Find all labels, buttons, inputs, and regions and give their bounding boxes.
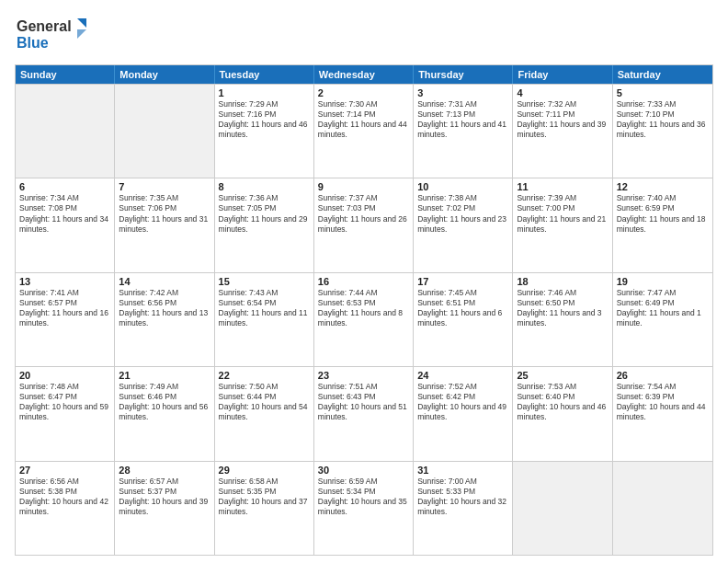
day-number: 16 <box>318 276 409 287</box>
day-number: 30 <box>318 465 409 476</box>
weekday-header: Saturday <box>613 65 712 84</box>
calendar-row: 13Sunrise: 7:41 AMSunset: 6:57 PMDayligh… <box>16 272 712 366</box>
day-cell: 26Sunrise: 7:54 AMSunset: 6:39 PMDayligh… <box>613 367 712 460</box>
calendar-row: 1Sunrise: 7:29 AMSunset: 7:16 PMDaylight… <box>16 84 712 178</box>
calendar-row: 27Sunrise: 6:56 AMSunset: 5:38 PMDayligh… <box>16 461 712 555</box>
day-info: Sunrise: 7:44 AMSunset: 6:53 PMDaylight:… <box>318 288 409 328</box>
logo-svg: General Blue <box>15 15 97 53</box>
day-number: 24 <box>417 370 508 381</box>
svg-text:Blue: Blue <box>17 35 49 51</box>
day-cell: 22Sunrise: 7:50 AMSunset: 6:44 PMDayligh… <box>215 367 314 460</box>
day-number: 31 <box>417 465 508 476</box>
day-number: 29 <box>219 465 310 476</box>
day-number: 18 <box>517 276 608 287</box>
day-cell: 27Sunrise: 6:56 AMSunset: 5:38 PMDayligh… <box>16 462 115 555</box>
day-cell: 11Sunrise: 7:39 AMSunset: 7:00 PMDayligh… <box>513 178 612 271</box>
day-number: 1 <box>219 87 310 98</box>
day-number: 27 <box>19 465 110 476</box>
day-number: 22 <box>219 370 310 381</box>
day-cell: 10Sunrise: 7:38 AMSunset: 7:02 PMDayligh… <box>414 178 513 271</box>
day-cell: 2Sunrise: 7:30 AMSunset: 7:14 PMDaylight… <box>314 85 414 178</box>
day-cell: 31Sunrise: 7:00 AMSunset: 5:33 PMDayligh… <box>414 462 513 555</box>
day-number: 9 <box>318 181 409 192</box>
day-cell: 3Sunrise: 7:31 AMSunset: 7:13 PMDaylight… <box>414 85 513 178</box>
day-number: 23 <box>318 370 409 381</box>
day-info: Sunrise: 7:30 AMSunset: 7:14 PMDaylight:… <box>318 99 409 140</box>
day-info: Sunrise: 7:53 AMSunset: 6:40 PMDaylight:… <box>517 382 608 422</box>
day-cell: 18Sunrise: 7:46 AMSunset: 6:50 PMDayligh… <box>513 273 612 366</box>
day-info: Sunrise: 7:32 AMSunset: 7:11 PMDaylight:… <box>517 99 608 140</box>
day-info: Sunrise: 7:34 AMSunset: 7:08 PMDaylight:… <box>19 193 110 234</box>
day-cell: 15Sunrise: 7:43 AMSunset: 6:54 PMDayligh… <box>215 273 314 366</box>
day-cell: 13Sunrise: 7:41 AMSunset: 6:57 PMDayligh… <box>16 273 115 366</box>
day-cell: 24Sunrise: 7:52 AMSunset: 6:42 PMDayligh… <box>414 367 513 460</box>
svg-text:General: General <box>17 18 72 34</box>
day-info: Sunrise: 7:40 AMSunset: 6:59 PMDaylight:… <box>617 193 709 234</box>
day-info: Sunrise: 7:43 AMSunset: 6:54 PMDaylight:… <box>219 288 310 328</box>
day-cell: 21Sunrise: 7:49 AMSunset: 6:46 PMDayligh… <box>115 367 214 460</box>
day-info: Sunrise: 7:49 AMSunset: 6:46 PMDaylight:… <box>119 382 210 422</box>
day-cell: 17Sunrise: 7:45 AMSunset: 6:51 PMDayligh… <box>414 273 513 366</box>
day-cell: 29Sunrise: 6:58 AMSunset: 5:35 PMDayligh… <box>215 462 314 555</box>
day-cell: 9Sunrise: 7:37 AMSunset: 7:03 PMDaylight… <box>314 178 414 271</box>
svg-marker-2 <box>77 18 86 28</box>
day-cell: 8Sunrise: 7:36 AMSunset: 7:05 PMDaylight… <box>215 178 314 271</box>
day-info: Sunrise: 7:50 AMSunset: 6:44 PMDaylight:… <box>219 382 310 422</box>
day-number: 12 <box>617 181 709 192</box>
day-cell: 23Sunrise: 7:51 AMSunset: 6:43 PMDayligh… <box>314 367 414 460</box>
day-info: Sunrise: 7:31 AMSunset: 7:13 PMDaylight:… <box>417 99 508 140</box>
day-cell: 4Sunrise: 7:32 AMSunset: 7:11 PMDaylight… <box>513 85 612 178</box>
weekday-header: Wednesday <box>314 65 414 84</box>
day-number: 19 <box>617 276 709 287</box>
day-info: Sunrise: 7:46 AMSunset: 6:50 PMDaylight:… <box>517 288 608 328</box>
day-cell: 6Sunrise: 7:34 AMSunset: 7:08 PMDaylight… <box>16 178 115 271</box>
weekday-header: Tuesday <box>215 65 314 84</box>
day-info: Sunrise: 7:35 AMSunset: 7:06 PMDaylight:… <box>119 193 210 234</box>
day-number: 4 <box>517 87 608 98</box>
day-info: Sunrise: 7:48 AMSunset: 6:47 PMDaylight:… <box>19 382 110 422</box>
day-info: Sunrise: 7:37 AMSunset: 7:03 PMDaylight:… <box>318 193 409 234</box>
day-number: 7 <box>119 181 210 192</box>
svg-marker-3 <box>77 29 86 39</box>
day-info: Sunrise: 6:59 AMSunset: 5:34 PMDaylight:… <box>318 477 409 517</box>
weekday-header: Thursday <box>414 65 513 84</box>
day-number: 25 <box>517 370 608 381</box>
day-cell: 1Sunrise: 7:29 AMSunset: 7:16 PMDaylight… <box>215 85 314 178</box>
day-info: Sunrise: 7:36 AMSunset: 7:05 PMDaylight:… <box>219 193 310 234</box>
empty-cell <box>16 85 115 178</box>
calendar-row: 20Sunrise: 7:48 AMSunset: 6:47 PMDayligh… <box>16 366 712 460</box>
day-info: Sunrise: 7:45 AMSunset: 6:51 PMDaylight:… <box>417 288 508 328</box>
day-cell: 25Sunrise: 7:53 AMSunset: 6:40 PMDayligh… <box>513 367 612 460</box>
day-info: Sunrise: 7:41 AMSunset: 6:57 PMDaylight:… <box>19 288 110 328</box>
weekday-header: Friday <box>513 65 612 84</box>
day-info: Sunrise: 7:00 AMSunset: 5:33 PMDaylight:… <box>417 477 508 517</box>
calendar-header: SundayMondayTuesdayWednesdayThursdayFrid… <box>16 65 712 84</box>
day-number: 20 <box>19 370 110 381</box>
day-info: Sunrise: 7:39 AMSunset: 7:00 PMDaylight:… <box>517 193 608 234</box>
day-cell: 16Sunrise: 7:44 AMSunset: 6:53 PMDayligh… <box>314 273 414 366</box>
day-info: Sunrise: 6:58 AMSunset: 5:35 PMDaylight:… <box>219 477 310 517</box>
day-cell: 30Sunrise: 6:59 AMSunset: 5:34 PMDayligh… <box>314 462 414 555</box>
page: General Blue SundayMondayTuesdayWednesda… <box>0 0 728 563</box>
calendar-body: 1Sunrise: 7:29 AMSunset: 7:16 PMDaylight… <box>16 84 712 555</box>
day-cell: 20Sunrise: 7:48 AMSunset: 6:47 PMDayligh… <box>16 367 115 460</box>
header: General Blue <box>15 15 713 57</box>
day-number: 3 <box>417 87 508 98</box>
day-info: Sunrise: 7:33 AMSunset: 7:10 PMDaylight:… <box>617 99 709 140</box>
day-cell: 28Sunrise: 6:57 AMSunset: 5:37 PMDayligh… <box>115 462 214 555</box>
day-info: Sunrise: 6:57 AMSunset: 5:37 PMDaylight:… <box>119 477 210 517</box>
day-number: 15 <box>219 276 310 287</box>
day-number: 14 <box>119 276 210 287</box>
calendar-row: 6Sunrise: 7:34 AMSunset: 7:08 PMDaylight… <box>16 178 712 271</box>
empty-cell <box>513 462 612 555</box>
day-number: 10 <box>417 181 508 192</box>
day-number: 17 <box>417 276 508 287</box>
day-cell: 7Sunrise: 7:35 AMSunset: 7:06 PMDaylight… <box>115 178 214 271</box>
day-number: 5 <box>617 87 709 98</box>
day-info: Sunrise: 7:54 AMSunset: 6:39 PMDaylight:… <box>617 382 709 422</box>
empty-cell <box>115 85 214 178</box>
day-info: Sunrise: 7:42 AMSunset: 6:56 PMDaylight:… <box>119 288 210 328</box>
weekday-header: Sunday <box>16 65 115 84</box>
weekday-header: Monday <box>115 65 214 84</box>
day-info: Sunrise: 7:52 AMSunset: 6:42 PMDaylight:… <box>417 382 508 422</box>
